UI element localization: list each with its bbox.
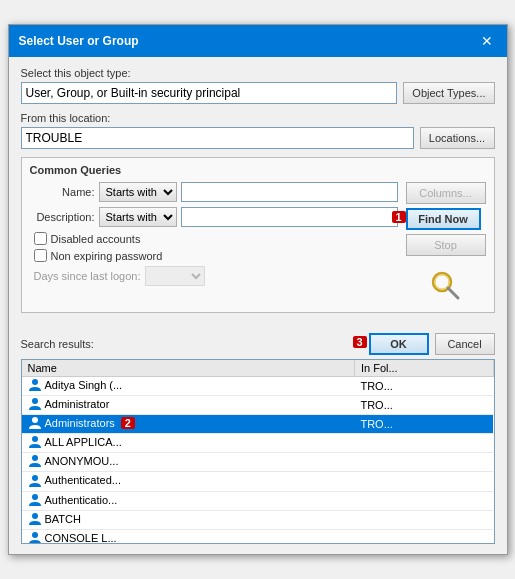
cell-name-text: Administrators2 bbox=[45, 417, 135, 429]
ok-cancel-row: 3 OK Cancel bbox=[369, 333, 495, 355]
cell-name-text: Authenticated... bbox=[45, 474, 121, 486]
badge-1: 1 bbox=[392, 211, 406, 223]
table-row[interactable]: ALL APPLICA... bbox=[22, 434, 494, 453]
cell-name: Authenticated... bbox=[22, 472, 355, 491]
dialog-title: Select User or Group bbox=[19, 34, 139, 48]
table-row[interactable]: Authenticated... bbox=[22, 472, 494, 491]
description-starts-with-select[interactable]: Starts with bbox=[99, 207, 177, 227]
queries-left: Name: Starts with Description: Starts wi… bbox=[30, 182, 398, 286]
description-label: Description: bbox=[30, 211, 95, 223]
select-user-group-dialog: Select User or Group ✕ Select this objec… bbox=[8, 24, 508, 555]
svg-point-9 bbox=[32, 475, 38, 481]
table-row[interactable]: Authenticatio... bbox=[22, 491, 494, 510]
non-expiring-checkbox[interactable] bbox=[34, 249, 47, 262]
cell-name-text: ALL APPLICA... bbox=[45, 436, 122, 448]
find-now-button[interactable]: Find Now bbox=[406, 208, 481, 230]
non-expiring-row: Non expiring password bbox=[30, 249, 398, 262]
days-select bbox=[145, 266, 205, 286]
results-table-container[interactable]: Name In Fol... Aditya Singh (... TRO...A… bbox=[21, 359, 495, 544]
object-types-button[interactable]: Object Types... bbox=[403, 82, 494, 104]
name-input[interactable] bbox=[181, 182, 398, 202]
svg-point-1 bbox=[435, 275, 449, 289]
dialog-content: Select this object type: Object Types...… bbox=[9, 57, 507, 329]
svg-point-3 bbox=[437, 277, 441, 281]
table-row[interactable]: AdministratorTRO... bbox=[22, 396, 494, 415]
locations-button[interactable]: Locations... bbox=[420, 127, 495, 149]
cell-name-text: CONSOLE L... bbox=[45, 532, 117, 544]
svg-point-7 bbox=[32, 436, 38, 442]
cell-name-text: ANONYMOU... bbox=[45, 455, 119, 467]
cell-name: ANONYMOU... bbox=[22, 453, 355, 472]
disabled-accounts-checkbox[interactable] bbox=[34, 232, 47, 245]
table-row[interactable]: ANONYMOU... bbox=[22, 453, 494, 472]
user-icon bbox=[28, 474, 42, 488]
days-row: Days since last logon: bbox=[30, 266, 398, 286]
col-name[interactable]: Name bbox=[22, 360, 355, 377]
results-tbody: Aditya Singh (... TRO...AdministratorTRO… bbox=[22, 377, 494, 545]
cell-folder bbox=[354, 529, 493, 544]
cell-name: Authenticatio... bbox=[22, 491, 355, 510]
table-header: Name In Fol... bbox=[22, 360, 494, 377]
location-row: Locations... bbox=[21, 127, 495, 149]
user-icon bbox=[28, 493, 42, 507]
svg-point-4 bbox=[32, 379, 38, 385]
badge-3: 3 bbox=[353, 336, 367, 348]
cell-name: CONSOLE L... bbox=[22, 529, 355, 544]
bottom-section: Search results: 3 OK Cancel Name In Fol.… bbox=[9, 329, 507, 554]
svg-point-10 bbox=[32, 494, 38, 500]
name-starts-with-select[interactable]: Starts with bbox=[99, 182, 177, 202]
user-icon bbox=[28, 378, 42, 392]
cell-name-text: Administrator bbox=[45, 398, 110, 410]
cancel-button[interactable]: Cancel bbox=[435, 333, 495, 355]
cell-name: ALL APPLICA... bbox=[22, 434, 355, 453]
col-folder[interactable]: In Fol... bbox=[354, 360, 493, 377]
disabled-accounts-row: Disabled accounts bbox=[30, 232, 398, 245]
svg-point-5 bbox=[32, 398, 38, 404]
description-row: Description: Starts with bbox=[30, 207, 398, 227]
cell-name-text: Aditya Singh (... bbox=[45, 379, 123, 391]
table-row[interactable]: Administrators2TRO... bbox=[22, 415, 494, 434]
object-type-row: Object Types... bbox=[21, 82, 495, 104]
cell-folder: TRO... bbox=[354, 377, 493, 396]
title-bar: Select User or Group ✕ bbox=[9, 25, 507, 57]
cell-folder: TRO... bbox=[354, 396, 493, 415]
badge-2: 2 bbox=[121, 417, 135, 429]
cell-folder bbox=[354, 472, 493, 491]
cell-folder: TRO... bbox=[354, 415, 493, 434]
cell-name: Aditya Singh (... bbox=[22, 377, 355, 396]
common-queries-tab[interactable]: Common Queries bbox=[30, 164, 486, 176]
right-buttons: Columns... Find Now 1 Stop bbox=[406, 182, 486, 304]
user-icon bbox=[28, 531, 42, 544]
location-input[interactable] bbox=[21, 127, 414, 149]
search-icon-area bbox=[406, 268, 486, 304]
find-now-wrapper: Find Now 1 bbox=[406, 208, 486, 230]
non-expiring-label: Non expiring password bbox=[51, 250, 163, 262]
svg-line-2 bbox=[448, 288, 458, 298]
cell-name: Administrators2 bbox=[22, 415, 355, 434]
user-icon bbox=[28, 416, 42, 430]
table-row[interactable]: CONSOLE L... bbox=[22, 529, 494, 544]
days-label: Days since last logon: bbox=[34, 270, 141, 282]
search-results-label: Search results: bbox=[21, 338, 94, 350]
object-type-input[interactable] bbox=[21, 82, 398, 104]
cell-folder bbox=[354, 453, 493, 472]
cell-name: BATCH bbox=[22, 510, 355, 529]
ok-button[interactable]: OK bbox=[369, 333, 429, 355]
cell-name: Administrator bbox=[22, 396, 355, 415]
svg-point-11 bbox=[32, 513, 38, 519]
description-input[interactable] bbox=[181, 207, 398, 227]
common-queries-group: Common Queries Name: Starts with Descrip… bbox=[21, 157, 495, 313]
table-row[interactable]: Aditya Singh (... TRO... bbox=[22, 377, 494, 396]
cell-name-text: Authenticatio... bbox=[45, 494, 118, 506]
svg-point-8 bbox=[32, 455, 38, 461]
cell-folder bbox=[354, 510, 493, 529]
cell-folder bbox=[354, 434, 493, 453]
user-icon bbox=[28, 512, 42, 526]
cell-name-text: BATCH bbox=[45, 513, 81, 525]
disabled-accounts-label: Disabled accounts bbox=[51, 233, 141, 245]
name-label: Name: bbox=[30, 186, 95, 198]
table-row[interactable]: BATCH bbox=[22, 510, 494, 529]
columns-button[interactable]: Columns... bbox=[406, 182, 486, 204]
close-button[interactable]: ✕ bbox=[477, 31, 497, 51]
stop-button[interactable]: Stop bbox=[406, 234, 486, 256]
